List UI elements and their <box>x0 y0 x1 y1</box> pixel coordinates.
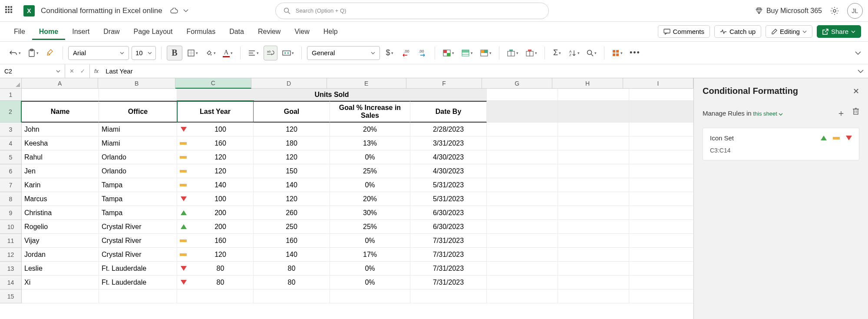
cell[interactable] <box>487 89 558 101</box>
tab-file[interactable]: File <box>7 23 32 40</box>
select-all-corner[interactable] <box>0 78 22 89</box>
cell[interactable] <box>629 220 693 234</box>
row-header[interactable]: 3 <box>0 123 22 136</box>
paste-button[interactable]: ▾ <box>26 46 41 60</box>
cell[interactable] <box>629 289 693 303</box>
header-cell[interactable]: Date By <box>410 101 487 123</box>
cell[interactable] <box>487 101 558 123</box>
rules-scope-select[interactable]: this sheet <box>753 110 783 117</box>
cell[interactable] <box>177 289 254 303</box>
last-year-cell[interactable]: 80 <box>177 262 254 276</box>
percent-cell[interactable]: 13% <box>330 136 410 150</box>
cell[interactable] <box>487 234 558 248</box>
cell[interactable] <box>629 206 693 220</box>
cell[interactable] <box>558 178 629 192</box>
percent-cell[interactable]: 25% <box>330 220 410 234</box>
tab-formulas[interactable]: Formulas <box>179 23 222 40</box>
borders-button[interactable]: ▾ <box>185 46 200 60</box>
number-format-select[interactable]: General <box>307 46 380 60</box>
app-launcher-icon[interactable] <box>5 6 15 16</box>
more-button[interactable]: ••• <box>627 46 643 60</box>
column-header[interactable]: B <box>98 78 175 89</box>
delete-rule-icon[interactable] <box>852 107 859 119</box>
last-year-cell[interactable]: 120 <box>177 150 254 164</box>
buy-microsoft-365-button[interactable]: Buy Microsoft 365 <box>755 7 822 15</box>
cell[interactable] <box>558 206 629 220</box>
cell[interactable] <box>487 220 558 234</box>
tab-data[interactable]: Data <box>222 23 251 40</box>
last-year-cell[interactable]: 160 <box>177 234 254 248</box>
last-year-cell[interactable]: 140 <box>177 178 254 192</box>
cell[interactable] <box>254 289 330 303</box>
autosum-button[interactable]: Σ▾ <box>550 46 564 60</box>
header-cell[interactable]: Goal <box>254 101 330 123</box>
column-header[interactable]: I <box>623 78 693 89</box>
row-header[interactable]: 6 <box>0 164 22 178</box>
cell[interactable] <box>558 234 629 248</box>
office-cell[interactable]: Crystal River <box>99 234 177 248</box>
cell[interactable] <box>558 89 629 101</box>
cell[interactable] <box>410 289 487 303</box>
row-header[interactable]: 15 <box>0 289 22 303</box>
cell[interactable] <box>558 220 629 234</box>
cell[interactable] <box>558 123 629 136</box>
tab-page-layout[interactable]: Page Layout <box>127 23 180 40</box>
header-cell[interactable]: Name <box>22 101 99 123</box>
cell[interactable] <box>558 248 629 262</box>
cell[interactable] <box>629 178 693 192</box>
office-cell[interactable]: Miami <box>99 136 177 150</box>
share-button[interactable]: Share <box>817 25 861 38</box>
percent-cell[interactable]: 0% <box>330 276 410 289</box>
cell[interactable] <box>487 150 558 164</box>
percent-cell[interactable]: 20% <box>330 123 410 136</box>
percent-cell[interactable]: 0% <box>330 234 410 248</box>
cell[interactable] <box>487 276 558 289</box>
settings-icon[interactable] <box>830 6 839 16</box>
name-box[interactable]: C2 <box>0 64 65 78</box>
row-header[interactable]: 1 <box>0 89 22 101</box>
cell[interactable] <box>629 234 693 248</box>
collapse-ribbon-icon[interactable] <box>855 51 861 55</box>
name-cell[interactable]: Karin <box>22 178 99 192</box>
name-cell[interactable]: Rahul <box>22 150 99 164</box>
row-header[interactable]: 14 <box>0 276 22 289</box>
row-header[interactable]: 11 <box>0 234 22 248</box>
cell[interactable] <box>558 289 629 303</box>
cell[interactable] <box>629 192 693 206</box>
date-cell[interactable]: 7/31/2023 <box>410 248 487 262</box>
cell[interactable] <box>558 101 629 123</box>
cell-styles-button[interactable]: ▾ <box>478 46 494 60</box>
name-cell[interactable]: Jen <box>22 164 99 178</box>
header-cell[interactable]: Last Year <box>177 101 254 123</box>
cell[interactable] <box>558 262 629 276</box>
sort-filter-button[interactable]: AZ ▾ <box>567 46 582 60</box>
last-year-cell[interactable]: 100 <box>177 192 254 206</box>
goal-cell[interactable]: 260 <box>254 206 330 220</box>
row-header[interactable]: 5 <box>0 150 22 164</box>
goal-cell[interactable]: 250 <box>254 220 330 234</box>
fill-color-button[interactable]: ▾ <box>203 46 218 60</box>
name-cell[interactable]: Xi <box>22 276 99 289</box>
cell[interactable] <box>487 206 558 220</box>
date-cell[interactable]: 4/30/2023 <box>410 164 487 178</box>
date-cell[interactable]: 6/30/2023 <box>410 206 487 220</box>
delete-cells-button[interactable]: ▾ <box>523 46 539 60</box>
cell[interactable] <box>487 262 558 276</box>
cell[interactable] <box>629 276 693 289</box>
row-header[interactable]: 7 <box>0 178 22 192</box>
column-header[interactable]: F <box>406 78 482 89</box>
name-cell[interactable]: Vijay <box>22 234 99 248</box>
formula-input[interactable]: Last Year <box>103 67 858 75</box>
last-year-cell[interactable]: 100 <box>177 123 254 136</box>
header-cell[interactable]: Goal % Increase in Sales <box>330 101 410 123</box>
cell[interactable] <box>629 150 693 164</box>
cell[interactable] <box>629 248 693 262</box>
office-cell[interactable]: Ft. Lauderdale <box>99 262 177 276</box>
goal-cell[interactable]: 180 <box>254 136 330 150</box>
cell[interactable] <box>99 89 177 101</box>
tab-draw[interactable]: Draw <box>96 23 126 40</box>
merge-button[interactable]: ▾ <box>280 46 296 60</box>
office-cell[interactable]: Miami <box>99 123 177 136</box>
percent-cell[interactable]: 20% <box>330 192 410 206</box>
close-panel-icon[interactable]: ✕ <box>853 86 859 96</box>
